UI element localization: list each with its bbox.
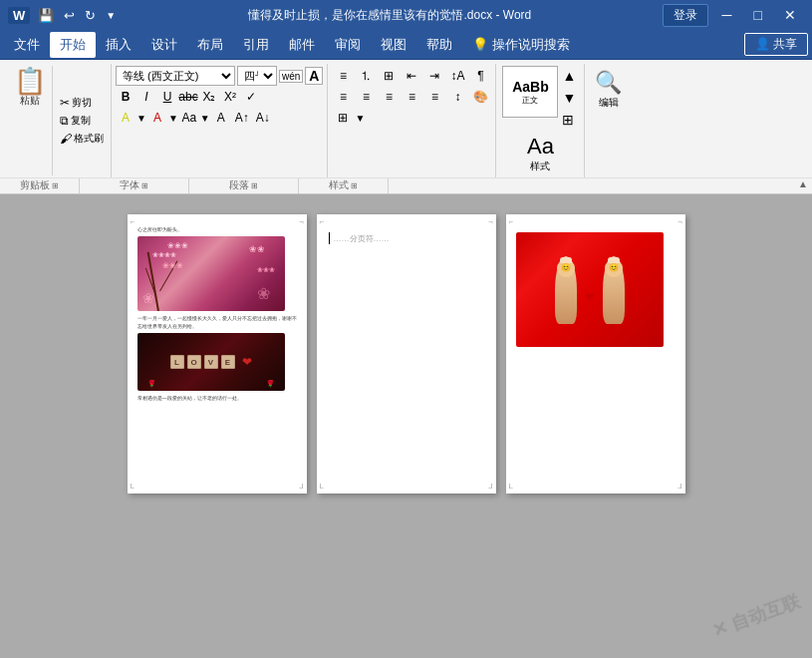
font-size-select[interactable]: 四号: [237, 66, 277, 86]
page-break-indicator: ……分页符……: [334, 233, 390, 244]
heart-between: ❤: [585, 290, 595, 304]
titlebar-right: 登录 ─ □ ✕: [663, 4, 804, 27]
border-dropdown[interactable]: ▼: [355, 113, 365, 124]
menu-review[interactable]: 审阅: [325, 32, 371, 58]
font-group-label[interactable]: 字体 ⊞: [80, 178, 189, 193]
paragraph-group: ≡ ⒈ ⊞ ⇤ ⇥ ↕A ¶ ≡ ≡ ≡ ≡ ≡ ↕ 🎨 ⊞ ▼: [328, 64, 496, 177]
menu-insert[interactable]: 插入: [96, 32, 141, 58]
page-3: ⌐ ⌐ 😊 ❤ 😊: [506, 214, 685, 494]
styles-button[interactable]: Aa 样式: [502, 132, 578, 175]
font-name-select[interactable]: 等线 (西文正文): [116, 66, 235, 86]
font-group: 等线 (西文正文) 四号 wén A B I U abc X₂ X² ✓ A ▼…: [112, 64, 328, 177]
login-button[interactable]: 登录: [663, 4, 708, 27]
menu-references[interactable]: 引用: [233, 32, 279, 58]
decrease-indent-button[interactable]: ⇤: [401, 66, 422, 86]
italic-button[interactable]: I: [136, 87, 156, 107]
page1-text2: 一年一月一爱人，一起慢慢长大久久，爱人只分不忘把过去拥抱，谢谢不忘给世界带友人在…: [137, 314, 297, 330]
border-button[interactable]: ⊞: [332, 108, 354, 128]
menu-design[interactable]: 设计: [141, 32, 187, 58]
clear-format-button[interactable]: ✓: [241, 87, 261, 107]
find-button[interactable]: 🔍 编辑: [591, 66, 626, 114]
format-painter-button[interactable]: 🖌格式刷: [57, 131, 107, 147]
font-size-large-button[interactable]: A: [305, 67, 323, 85]
close-button[interactable]: ✕: [776, 5, 804, 25]
corner-br-2: L: [488, 482, 492, 491]
text-cursor: [329, 232, 330, 244]
menu-view[interactable]: 视图: [371, 32, 416, 58]
redo-quick-icon[interactable]: ↻: [83, 6, 98, 25]
corner-tl-1: ⌐: [131, 217, 135, 226]
font-color-dropdown[interactable]: ▼: [168, 113, 178, 124]
menu-home[interactable]: 开始: [50, 32, 96, 58]
increase-indent-button[interactable]: ⇥: [423, 66, 445, 86]
copy-button[interactable]: ⧉复制: [57, 113, 107, 129]
multilevel-list-button[interactable]: ⊞: [378, 66, 400, 86]
share-button[interactable]: 👤 共享: [744, 33, 808, 56]
menu-mail[interactable]: 邮件: [279, 32, 325, 58]
underline-button[interactable]: U: [157, 87, 177, 107]
page-1: ⌐ ⌐ 心之所往即为盼头。 ❀❀❀ ❀❀❀❀ ❀❀❀ ❀❀ ❀❀❀ ❀ ❀ 一年…: [128, 214, 307, 494]
char-shrink-button[interactable]: A↓: [253, 108, 273, 128]
shading-button[interactable]: 🎨: [469, 87, 491, 107]
corner-bl-3: L: [509, 482, 513, 491]
styles-scroll-up[interactable]: ▲: [560, 66, 578, 86]
highlight-dropdown[interactable]: ▼: [136, 113, 146, 124]
align-left-button[interactable]: ≡: [332, 87, 354, 107]
clipboard-group: 📋 粘贴 ✂剪切 ⧉复制 🖌格式刷: [4, 64, 112, 177]
paragraph-group-label[interactable]: 段落 ⊞: [189, 178, 299, 193]
subscript-button[interactable]: X₂: [199, 87, 219, 107]
strikethrough-button[interactable]: abc: [178, 87, 198, 107]
menu-help[interactable]: 帮助: [416, 32, 462, 58]
save-quick-icon[interactable]: 💾: [36, 6, 56, 25]
letter-l: L: [170, 355, 184, 369]
page-2: ⌐ ⌐ ……分页符…… L L: [317, 214, 496, 494]
highlight-color-button[interactable]: A: [116, 108, 135, 128]
superscript-button[interactable]: X²: [220, 87, 240, 107]
clipboard-label[interactable]: 剪贴板 ⊞: [0, 178, 80, 193]
page1-text1: 心之所往即为盼头。: [137, 226, 297, 233]
align-right-button[interactable]: ≡: [378, 87, 400, 107]
paste-button[interactable]: 📋 粘贴: [8, 66, 53, 175]
document-title: 懂得及时止损，是你在感情里该有的觉悟.docx - Word: [118, 7, 662, 24]
corner-br-3: L: [677, 482, 681, 491]
justify-button[interactable]: ≡: [401, 87, 422, 107]
titlebar-left: W 💾 ↩ ↻ ▼: [8, 6, 118, 25]
show-marks-button[interactable]: ¶: [469, 66, 491, 86]
cut-button[interactable]: ✂剪切: [57, 95, 107, 111]
styles-group-label[interactable]: 样式 ⊞: [299, 178, 389, 193]
fingers-image: 😊 ❤ 😊: [516, 232, 664, 347]
line-spacing-button[interactable]: ↕: [446, 87, 468, 107]
menu-file[interactable]: 文件: [4, 32, 50, 58]
justify-dist-button[interactable]: ≡: [423, 87, 445, 107]
styles-group: AaBb 正文 ▲ ▼ ⊞ Aa 样式: [496, 64, 585, 177]
qa-more-icon[interactable]: ▼: [104, 8, 118, 23]
numbering-button[interactable]: ⒈: [355, 66, 377, 86]
menu-bar: 文件 开始 插入 设计 布局 引用 邮件 审阅 视图 帮助 💡 操作说明搜索 👤…: [0, 30, 812, 60]
char-shade-button[interactable]: Aa: [179, 108, 199, 128]
styles-scroll-down[interactable]: ▼: [560, 88, 578, 108]
undo-quick-icon[interactable]: ↩: [62, 6, 77, 25]
ribbon-collapse-button[interactable]: ▲: [794, 178, 812, 193]
font-color-button[interactable]: A: [147, 108, 167, 128]
minimize-button[interactable]: ─: [714, 5, 740, 25]
letter-e: E: [221, 355, 235, 369]
char-border-button[interactable]: A: [211, 108, 231, 128]
styles-expand[interactable]: ⊞: [560, 110, 578, 130]
align-center-button[interactable]: ≡: [355, 87, 377, 107]
corner-tr-3: ⌐: [677, 217, 682, 226]
restore-button[interactable]: □: [746, 5, 770, 25]
style-box[interactable]: AaBb 正文: [502, 66, 558, 118]
char-shade-dropdown[interactable]: ▼: [200, 113, 210, 124]
wen-button[interactable]: wén: [279, 70, 303, 83]
corner-tl-3: ⌐: [509, 217, 514, 226]
char-grow-button[interactable]: A↑: [232, 108, 252, 128]
bold-button[interactable]: B: [116, 87, 135, 107]
menu-search[interactable]: 💡 操作说明搜索: [462, 32, 580, 58]
sort-button[interactable]: ↕A: [446, 66, 468, 86]
love-blocks: L O V E ❤: [170, 355, 252, 369]
page1-text3: 常相遇仿是—段爱的关站，让不老的话行一处。: [137, 394, 297, 402]
corner-bl-1: L: [131, 482, 135, 491]
ribbon-group-labels: 剪贴板 ⊞ 字体 ⊞ 段落 ⊞ 样式 ⊞ ▲: [0, 177, 812, 193]
menu-layout[interactable]: 布局: [187, 32, 233, 58]
bullets-button[interactable]: ≡: [332, 66, 354, 86]
